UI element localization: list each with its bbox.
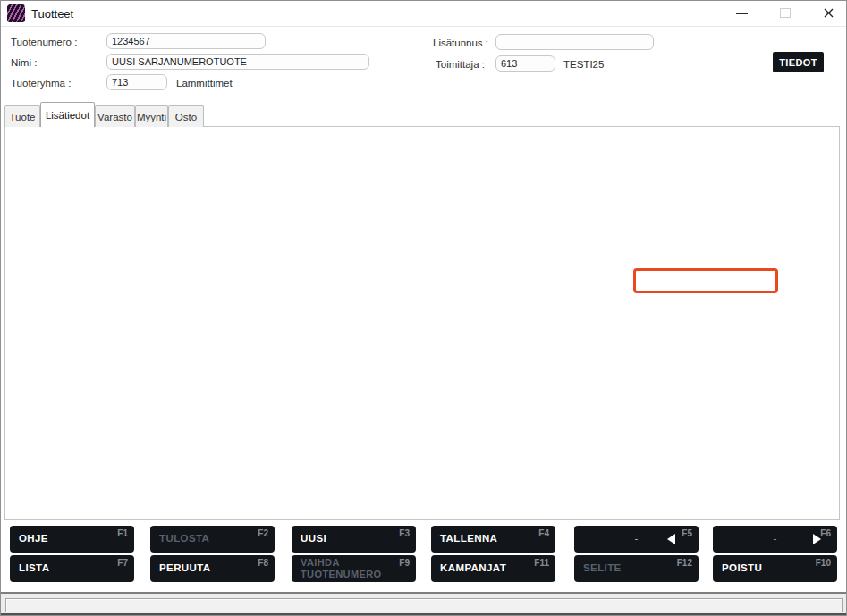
minimize-icon [736, 13, 748, 14]
lista-button[interactable]: F7LISTA [10, 555, 134, 582]
titlebar: Tuotteet [1, 1, 846, 27]
tuotenumero-label: Tuotenumero : [11, 36, 77, 48]
peruuta-button[interactable]: F8PERUUTA [150, 555, 275, 582]
toimittaja-name: TESTI25 [563, 58, 604, 71]
close-button[interactable] [813, 1, 843, 25]
app-window: Tuotteet Tuotenumero : Nimi : Tuoteryhmä… [0, 0, 847, 616]
tiedot-button[interactable]: TIEDOT [773, 52, 824, 72]
window-title: Tuotteet [31, 7, 73, 21]
tab-myynti[interactable]: Myynti [135, 105, 168, 127]
ohje-button[interactable]: F1OHJE [10, 526, 134, 553]
nimi-input[interactable] [106, 54, 369, 70]
toimittaja-input[interactable] [495, 55, 555, 72]
tallenna-button[interactable]: F4TALLENNA [431, 526, 555, 553]
toimittaja-label: Toimittaja : [436, 58, 485, 71]
tuotenumero-input[interactable] [106, 33, 266, 49]
previous-button[interactable]: F5- [574, 526, 699, 553]
maximize-icon [780, 8, 791, 18]
nimi-label: Nimi : [11, 56, 37, 69]
vaihda-tuotenumero-button[interactable]: F9VAIHDA TUOTENUMERO [292, 555, 416, 582]
status-message-panel [5, 598, 843, 612]
tab-page-lisatiedot [4, 126, 840, 520]
maximize-button[interactable] [770, 1, 800, 25]
arrow-left-icon [667, 534, 675, 544]
kampanjat-button[interactable]: F11KAMPANJAT [431, 555, 555, 582]
lisatunnus-input[interactable] [495, 34, 654, 50]
tuoteryhma-label: Tuoteryhmä : [11, 77, 71, 89]
uusi-button[interactable]: F3UUSI [292, 526, 416, 553]
tab-varasto[interactable]: Varasto [95, 105, 135, 127]
selite-button[interactable]: F12SELITE [574, 555, 699, 582]
arrow-right-icon [813, 534, 821, 544]
tab-osto[interactable]: Osto [168, 105, 204, 127]
tuoteryhma-name: Lämmittimet [176, 77, 233, 89]
app-logo-icon [7, 4, 25, 22]
tab-tuote[interactable]: Tuote [4, 105, 40, 127]
tuoteryhma-input[interactable] [106, 74, 167, 90]
lisatunnus-label: Lisätunnus : [433, 37, 488, 49]
tulosta-button[interactable]: F2TULOSTA [150, 526, 275, 553]
next-button[interactable]: F6- [713, 526, 837, 553]
tab-lisatiedot[interactable]: Lisätiedot [40, 102, 95, 127]
close-icon [824, 8, 834, 18]
poistu-button[interactable]: F10POISTU [713, 555, 837, 582]
minimize-button[interactable] [726, 1, 757, 25]
